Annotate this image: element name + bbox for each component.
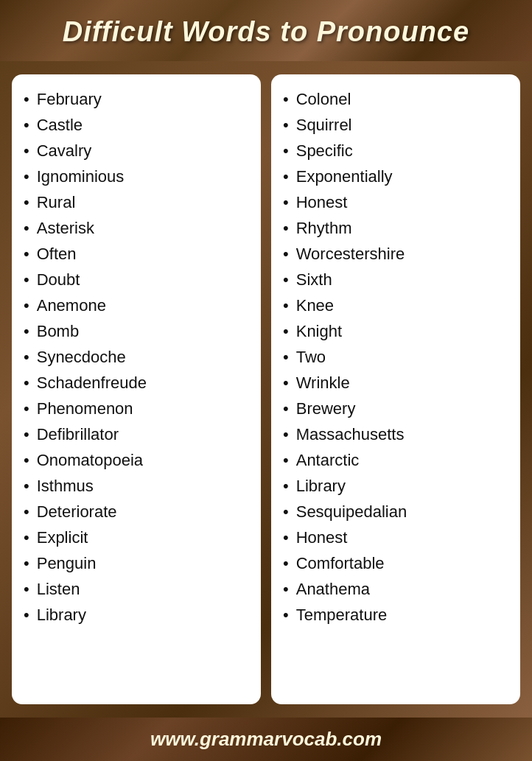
right-list-box: ColonelSquirrelSpecificExponentiallyHone… [271,74,520,704]
right-list-item: Massachusetts [283,421,511,447]
right-list-item: Knight [283,318,511,344]
left-list-item: Explicit [24,525,252,550]
left-list-item: Anemone [24,292,252,318]
right-list-item: Sixth [283,267,511,292]
left-list-item: Listen [24,576,252,602]
left-list-item: Onomatopoeia [24,447,252,473]
left-list-item: Schadenfreude [24,370,252,396]
right-list: ColonelSquirrelSpecificExponentiallyHone… [283,86,511,628]
left-list-item: February [24,86,252,112]
left-list-item: Bomb [24,318,252,344]
left-list-item: Ignominious [24,164,252,189]
right-list-item: Wrinkle [283,370,511,396]
left-list-item: Often [24,241,252,267]
right-list-item: Specific [283,138,511,164]
page-title: Difficult Words to Pronounce [15,16,517,48]
left-list-item: Asterisk [24,215,252,241]
right-list-item: Anathema [283,576,511,602]
left-list-item: Defibrillator [24,421,252,447]
right-list-item: Library [283,473,511,499]
left-list-box: FebruaryCastleCavalryIgnominiousRuralAst… [12,74,261,704]
footer: www.grammarvocab.com [0,718,532,761]
right-list-item: Squirrel [283,112,511,138]
right-list-item: Honest [283,189,511,215]
header: Difficult Words to Pronounce [0,0,532,61]
left-list-item: Phenomenon [24,396,252,421]
right-list-item: Worcestershire [283,241,511,267]
right-list-item: Temperature [283,602,511,628]
main-content: FebruaryCastleCavalryIgnominiousRuralAst… [0,61,532,718]
left-list-item: Rural [24,189,252,215]
right-list-item: Colonel [283,86,511,112]
right-list-item: Honest [283,525,511,550]
left-list-item: Library [24,602,252,628]
right-list-item: Exponentially [283,164,511,189]
right-list-item: Two [283,344,511,370]
right-list-item: Comfortable [283,550,511,576]
left-list-item: Castle [24,112,252,138]
left-list-item: Synecdoche [24,344,252,370]
right-list-item: Rhythm [283,215,511,241]
footer-url: www.grammarvocab.com [150,728,382,750]
left-list-item: Deteriorate [24,499,252,525]
right-list-item: Brewery [283,396,511,421]
left-list-item: Penguin [24,550,252,576]
left-list-item: Doubt [24,267,252,292]
right-list-item: Sesquipedalian [283,499,511,525]
right-list-item: Knee [283,292,511,318]
right-list-item: Antarctic [283,447,511,473]
left-list-item: Isthmus [24,473,252,499]
left-list-item: Cavalry [24,138,252,164]
left-list: FebruaryCastleCavalryIgnominiousRuralAst… [24,86,252,628]
